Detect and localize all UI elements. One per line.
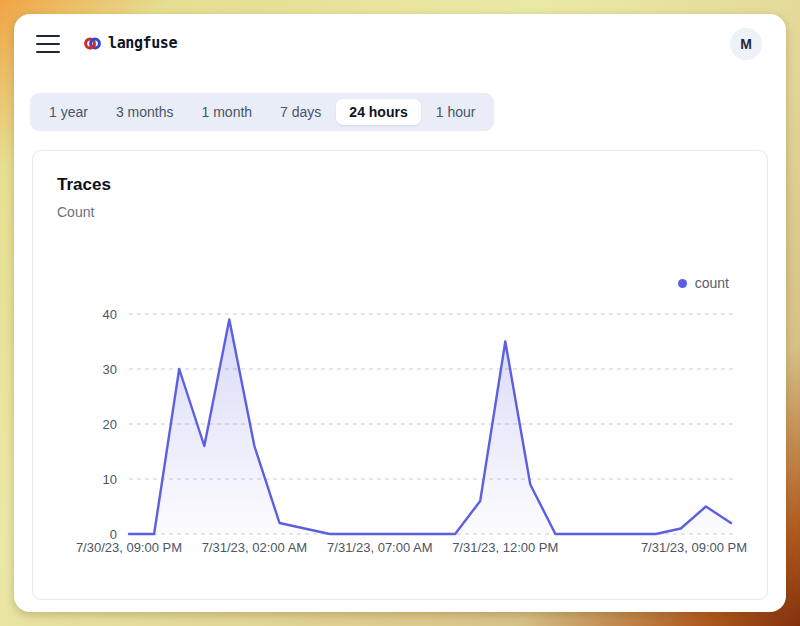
tab-3-months[interactable]: 3 months: [103, 99, 187, 125]
header: langfuse M: [14, 14, 786, 76]
traces-card: Traces Count count 0102030407/30/23, 09:…: [32, 150, 768, 600]
x-tick-label: 7/31/23, 12:00 PM: [452, 540, 558, 555]
card-title: Traces: [57, 175, 111, 195]
x-tick-label: 7/31/23, 02:00 AM: [202, 540, 308, 555]
y-tick-label: 40: [103, 307, 117, 322]
menu-button[interactable]: [36, 35, 60, 53]
y-tick-label: 10: [103, 472, 117, 487]
tab-1-hour[interactable]: 1 hour: [423, 99, 489, 125]
x-tick-label: 7/31/23, 09:00 PM: [641, 540, 747, 555]
avatar[interactable]: M: [730, 28, 762, 60]
x-tick-label: 7/31/23, 07:00 AM: [327, 540, 433, 555]
y-tick-label: 30: [103, 362, 117, 377]
langfuse-logo-icon: [84, 36, 101, 51]
series-area: [129, 320, 731, 535]
card-subtitle: Count: [57, 204, 94, 220]
app-window: langfuse M 1 year3 months1 month7 days24…: [14, 14, 786, 612]
tab-24-hours[interactable]: 24 hours: [336, 99, 420, 125]
y-tick-label: 20: [103, 417, 117, 432]
traces-chart: 0102030407/30/23, 09:00 PM7/31/23, 02:00…: [33, 251, 767, 581]
tab-7-days[interactable]: 7 days: [267, 99, 334, 125]
time-range-tabbar: 1 year3 months1 month7 days24 hours1 hou…: [30, 93, 494, 131]
tab-1-month[interactable]: 1 month: [189, 99, 266, 125]
brand[interactable]: langfuse: [84, 34, 177, 52]
x-tick-label: 7/30/23, 09:00 PM: [76, 540, 182, 555]
gradient-frame: langfuse M 1 year3 months1 month7 days24…: [0, 0, 800, 626]
brand-name: langfuse: [108, 34, 177, 52]
hamburger-icon: [36, 35, 60, 37]
tab-1-year[interactable]: 1 year: [36, 99, 101, 125]
